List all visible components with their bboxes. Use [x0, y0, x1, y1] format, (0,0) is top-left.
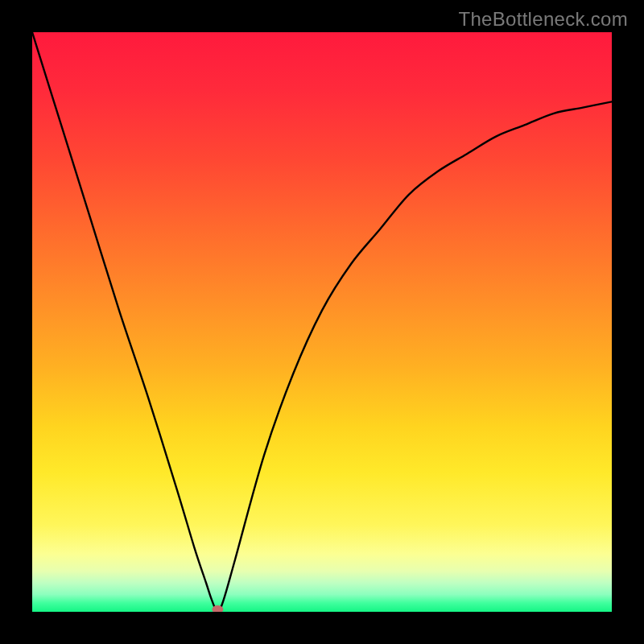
- plot-area: [32, 32, 612, 612]
- chart-frame: TheBottleneck.com: [0, 0, 644, 644]
- credit-label: TheBottleneck.com: [458, 8, 628, 31]
- bottleneck-curve: [32, 32, 612, 612]
- curve-svg: [32, 32, 612, 612]
